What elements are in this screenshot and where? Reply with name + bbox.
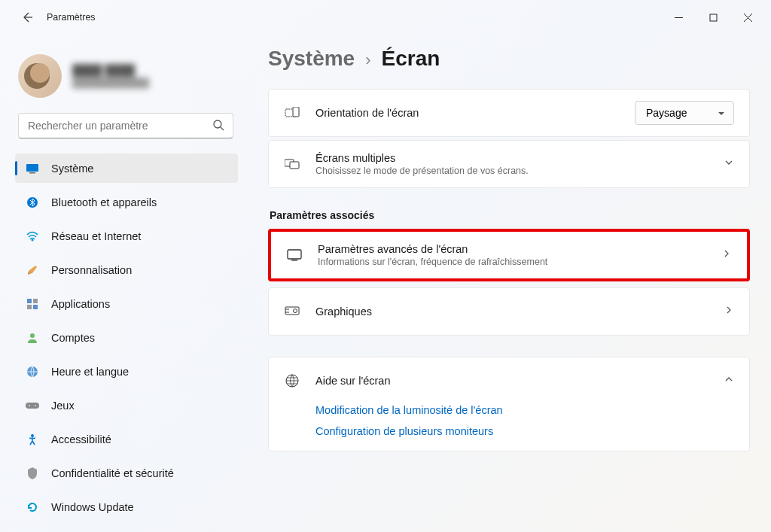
maximize-button[interactable] <box>696 5 730 29</box>
nav-label: Applications <box>51 298 110 310</box>
page-title: Écran <box>382 47 440 71</box>
help-links: Modification de la luminosité de l'écran… <box>269 404 749 451</box>
update-icon <box>26 500 39 514</box>
sidebar-item-network[interactable]: Réseau et Internet <box>15 221 238 251</box>
orientation-row[interactable]: Orientation de l'écran Paysage <box>269 90 749 136</box>
window-title: Paramètres <box>47 12 96 23</box>
chevron-up-icon <box>724 374 734 388</box>
sidebar-item-accounts[interactable]: Comptes <box>15 323 238 352</box>
nav-label: Personnalisation <box>51 264 132 276</box>
sidebar-item-accessibility[interactable]: Accessibilité <box>15 424 238 454</box>
minimize-button[interactable] <box>661 5 696 29</box>
multiple-displays-sub: Choisissez le mode de présentation de vo… <box>315 166 724 176</box>
chevron-down-icon <box>724 157 734 171</box>
orientation-dropdown[interactable]: Paysage <box>635 101 734 125</box>
svg-rect-16 <box>26 403 39 409</box>
multiple-displays-title: Écrans multiples <box>315 152 724 164</box>
advanced-display-title: Paramètres avancés de l'écran <box>318 243 721 255</box>
chevron-right-icon <box>724 305 734 318</box>
user-text: ████ ████ ████████████ <box>72 64 149 88</box>
svg-rect-21 <box>293 107 299 117</box>
svg-rect-24 <box>288 250 301 259</box>
svg-rect-1 <box>710 14 717 21</box>
orientation-title: Orientation de l'écran <box>315 107 635 119</box>
chevron-right-icon <box>721 248 732 262</box>
titlebar: Paramètres <box>0 0 771 35</box>
svg-point-9 <box>32 239 34 241</box>
close-button[interactable] <box>730 5 765 29</box>
sidebar-item-gaming[interactable]: Jeux <box>15 391 238 420</box>
main-content: Système › Écran Orientation de l'écran P… <box>245 35 771 532</box>
display-icon <box>286 247 303 263</box>
user-name: ████ ████ <box>72 64 149 76</box>
sidebar-item-privacy[interactable]: Confidentialité et sécurité <box>15 458 238 488</box>
sidebar-item-time-language[interactable]: Heure et langue <box>15 357 238 386</box>
personalization-icon <box>26 263 39 277</box>
avatar <box>18 54 62 98</box>
orientation-card: Orientation de l'écran Paysage <box>268 89 750 137</box>
svg-rect-12 <box>27 305 32 309</box>
accounts-icon <box>26 331 39 345</box>
orientation-icon <box>284 105 300 121</box>
sidebar-item-apps[interactable]: Applications <box>15 289 238 318</box>
svg-point-18 <box>35 405 36 406</box>
nav-label: Réseau et Internet <box>51 230 141 242</box>
nav-label: Confidentialité et sécurité <box>51 467 174 479</box>
privacy-icon <box>26 467 39 480</box>
section-label: Paramètres associés <box>270 209 750 221</box>
advanced-display-card: Paramètres avancés de l'écran Informatio… <box>271 232 747 278</box>
graphics-card: Graphiques <box>268 287 750 336</box>
apps-icon <box>26 297 39 311</box>
sidebar: ████ ████ ████████████ Système Bluetooth… <box>0 35 245 532</box>
advanced-display-row[interactable]: Paramètres avancés de l'écran Informatio… <box>271 232 747 278</box>
nav-label: Jeux <box>51 400 75 412</box>
multiple-displays-card: Écrans multiples Choisissez le mode de p… <box>268 140 750 188</box>
help-card: Aide sur l'écran Modification de la lumi… <box>268 357 750 451</box>
sidebar-item-bluetooth[interactable]: Bluetooth et appareils <box>15 187 238 217</box>
nav-label: Windows Update <box>51 501 134 513</box>
highlight-annotation: Paramètres avancés de l'écran Informatio… <box>268 229 750 281</box>
multiple-displays-row[interactable]: Écrans multiples Choisissez le mode de p… <box>269 141 749 187</box>
svg-point-4 <box>214 120 221 128</box>
system-icon <box>26 162 39 175</box>
svg-rect-11 <box>33 299 38 303</box>
help-link-brightness[interactable]: Modification de la luminosité de l'écran <box>315 404 734 416</box>
nav-label: Système <box>51 163 93 175</box>
graphics-title: Graphiques <box>315 306 724 318</box>
back-button[interactable] <box>18 8 36 26</box>
svg-point-17 <box>29 405 30 406</box>
nav-label: Comptes <box>51 332 95 344</box>
svg-rect-7 <box>29 172 35 174</box>
graphics-row[interactable]: Graphiques <box>269 288 749 335</box>
accessibility-icon <box>26 433 39 446</box>
svg-point-19 <box>31 434 34 437</box>
nav-label: Heure et langue <box>51 366 129 378</box>
nav-label: Accessibilité <box>51 433 111 445</box>
search-input[interactable] <box>18 113 233 138</box>
svg-point-14 <box>30 333 35 338</box>
svg-line-5 <box>221 127 224 130</box>
nav: Système Bluetooth et appareils Réseau et… <box>15 154 238 521</box>
window-controls <box>661 5 765 29</box>
svg-rect-10 <box>27 299 32 303</box>
multiple-displays-icon <box>284 156 300 172</box>
help-title: Aide sur l'écran <box>315 375 724 387</box>
svg-rect-6 <box>26 164 38 172</box>
search-icon <box>212 119 224 134</box>
bluetooth-icon <box>26 196 39 209</box>
help-row[interactable]: Aide sur l'écran <box>269 357 749 404</box>
sidebar-item-system[interactable]: Système <box>15 154 238 183</box>
user-email: ████████████ <box>72 78 149 88</box>
breadcrumb-parent[interactable]: Système <box>268 47 355 71</box>
time-language-icon <box>26 365 39 378</box>
user-block[interactable]: ████ ████ ████████████ <box>15 44 238 113</box>
sidebar-item-update[interactable]: Windows Update <box>15 492 238 521</box>
search-box <box>18 113 233 138</box>
sidebar-item-personalization[interactable]: Personnalisation <box>15 255 238 284</box>
svg-rect-13 <box>33 305 38 309</box>
breadcrumb-separator: › <box>365 50 370 70</box>
network-icon <box>26 230 39 243</box>
help-icon <box>284 372 300 389</box>
svg-point-27 <box>294 309 297 313</box>
help-link-monitors[interactable]: Configuration de plusieurs moniteurs <box>315 425 734 437</box>
